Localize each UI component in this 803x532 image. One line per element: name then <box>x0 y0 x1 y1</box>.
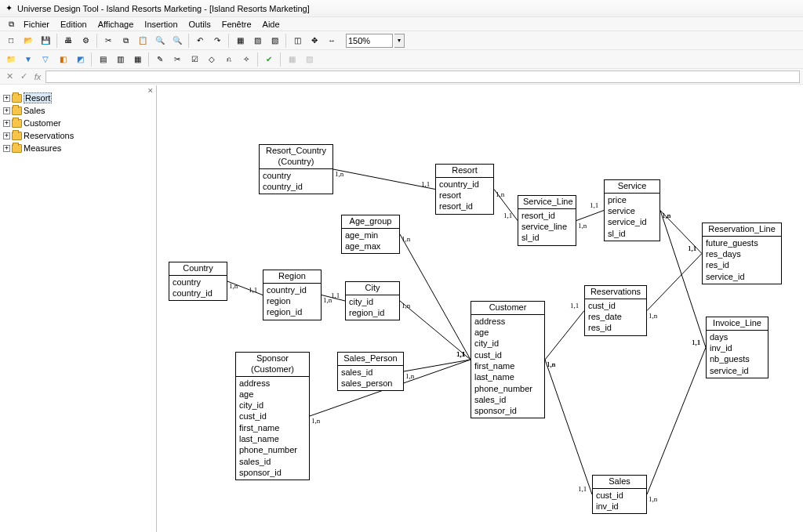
t2-m[interactable]: ⎌ <box>221 52 237 67</box>
column[interactable]: country_id <box>173 288 223 299</box>
t2-f[interactable]: ▤ <box>95 52 111 67</box>
column[interactable]: sales_id <box>341 367 400 378</box>
t2-a[interactable]: 📁 <box>3 52 19 67</box>
column[interactable]: cust_id <box>596 490 643 501</box>
t2-h[interactable]: ▦ <box>129 52 145 67</box>
column[interactable]: region_id <box>267 306 318 317</box>
undo-button[interactable]: ↶ <box>192 33 208 49</box>
column[interactable]: country <box>263 170 329 181</box>
menu-aide[interactable]: Aide <box>258 19 285 30</box>
column[interactable]: age_max <box>345 241 396 252</box>
tool-f[interactable]: ↔ <box>324 33 340 49</box>
column[interactable]: sales_id <box>239 456 306 467</box>
column[interactable]: service_id <box>706 271 778 282</box>
column[interactable]: res_days <box>706 248 778 259</box>
column[interactable]: sponsor_id <box>239 467 306 478</box>
print-button[interactable]: 🖶 <box>60 33 76 49</box>
table-resort_country[interactable]: Resort_Country(Country)countrycountry_id <box>259 144 333 194</box>
t2-d[interactable]: ◧ <box>55 52 71 67</box>
table-customer[interactable]: Customeraddressagecity_idcust_idfirst_na… <box>471 301 545 418</box>
formula-input[interactable] <box>45 71 800 83</box>
window-restore-icon[interactable]: ⧉ <box>5 19 17 30</box>
formula-cancel-icon[interactable]: ✕ <box>3 71 16 83</box>
column[interactable]: age_min <box>345 230 396 241</box>
column[interactable]: last_name <box>239 433 306 444</box>
column[interactable]: address <box>239 378 306 389</box>
column[interactable]: cust_id <box>239 411 306 422</box>
t2-b[interactable]: ▼ <box>20 52 36 67</box>
redo-button[interactable]: ↷ <box>209 33 225 49</box>
column[interactable]: cust_id <box>588 300 643 311</box>
find2-button[interactable]: 🔍 <box>169 33 185 49</box>
t2-i[interactable]: ✎ <box>152 52 168 67</box>
tree-item-measures[interactable]: +Measures <box>2 142 154 154</box>
formula-accept-icon[interactable]: ✓ <box>17 71 30 83</box>
expander-icon[interactable]: + <box>3 95 10 102</box>
menu-affichage[interactable]: Affichage <box>93 19 139 30</box>
tree-item-reservations[interactable]: +Reservations <box>2 129 154 142</box>
expander-icon[interactable]: + <box>3 132 10 139</box>
table-sales[interactable]: Salescust_idinv_id <box>592 475 647 514</box>
tree-item-customer[interactable]: +Customer <box>2 117 154 129</box>
column[interactable]: country_id <box>267 284 318 295</box>
column[interactable]: inv_id <box>710 342 765 353</box>
menu-fenetre[interactable]: Fenêtre <box>217 19 256 30</box>
table-reservation_line[interactable]: Reservation_Linefuture_guestsres_daysres… <box>702 223 782 284</box>
column[interactable]: sl_id <box>608 228 656 239</box>
pane-close-icon[interactable]: ⨯ <box>147 86 154 94</box>
column[interactable]: service_id <box>710 365 765 376</box>
column[interactable]: cust_id <box>474 349 541 360</box>
t2-c[interactable]: ▽ <box>38 52 53 67</box>
t2-l[interactable]: ◇ <box>204 52 220 67</box>
expander-icon[interactable]: + <box>3 120 10 127</box>
column[interactable]: inv_id <box>596 501 643 512</box>
column[interactable]: sponsor_id <box>474 405 541 416</box>
column[interactable]: region <box>267 295 318 306</box>
column[interactable]: city_id <box>474 338 541 349</box>
save-button[interactable]: 💾 <box>38 33 53 49</box>
column[interactable]: age <box>239 389 306 400</box>
tool-a[interactable]: ▦ <box>232 33 248 49</box>
column[interactable]: resort_id <box>439 201 490 212</box>
table-invoice_line[interactable]: Invoice_Linedaysinv_idnb_guestsservice_i… <box>706 317 768 378</box>
menu-fichier[interactable]: Fichier <box>19 19 54 30</box>
zoom-dropdown[interactable]: ▾ <box>394 34 405 48</box>
column[interactable]: address <box>474 316 541 327</box>
tool-c[interactable]: ▧ <box>267 33 282 49</box>
table-region[interactable]: Regioncountry_idregionregion_id <box>263 270 322 320</box>
column[interactable]: sl_id <box>521 232 572 243</box>
column[interactable]: future_guests <box>706 237 778 248</box>
zoom-input[interactable]: 150% <box>346 34 393 48</box>
table-reservations[interactable]: Reservationscust_idres_dateres_id <box>584 285 647 336</box>
t2-check[interactable]: ✔ <box>261 52 277 67</box>
table-sponsor[interactable]: Sponsor(Customer)addressagecity_idcust_i… <box>235 352 310 480</box>
column[interactable]: sales_person <box>341 378 400 389</box>
schema-canvas[interactable]: Resort_Country(Country)countrycountry_id… <box>157 85 803 532</box>
table-sales_person[interactable]: Sales_Personsales_idsales_person <box>337 352 404 391</box>
column[interactable]: city_id <box>239 400 306 411</box>
t2-p[interactable]: ▨ <box>301 52 317 67</box>
tree-item-sales[interactable]: +Sales <box>2 104 154 117</box>
column[interactable]: res_id <box>706 259 778 270</box>
expander-icon[interactable]: + <box>3 107 10 114</box>
new-button[interactable]: □ <box>3 33 19 49</box>
menu-outils[interactable]: Outils <box>184 19 216 30</box>
column[interactable]: service_line <box>521 221 572 232</box>
column[interactable]: price <box>608 194 656 205</box>
column[interactable]: region_id <box>349 307 396 318</box>
column[interactable]: resort <box>439 190 490 201</box>
paste-button[interactable]: 📋 <box>135 33 151 49</box>
menu-edition[interactable]: Edition <box>56 19 92 30</box>
column[interactable]: phone_number <box>474 383 541 394</box>
params-button[interactable]: ⚙ <box>78 33 93 49</box>
table-service_line[interactable]: Service_Lineresort_idservice_linesl_id <box>518 195 576 246</box>
table-city[interactable]: Citycity_idregion_id <box>345 281 400 320</box>
column[interactable]: city_id <box>349 296 396 307</box>
column[interactable]: resort_id <box>521 210 572 221</box>
table-country[interactable]: Countrycountrycountry_id <box>169 262 227 301</box>
t2-k[interactable]: ☑ <box>187 52 202 67</box>
column[interactable]: last_name <box>474 371 541 382</box>
column[interactable]: country_id <box>263 181 329 192</box>
column[interactable]: res_id <box>588 322 643 333</box>
column[interactable]: sales_id <box>474 394 541 405</box>
